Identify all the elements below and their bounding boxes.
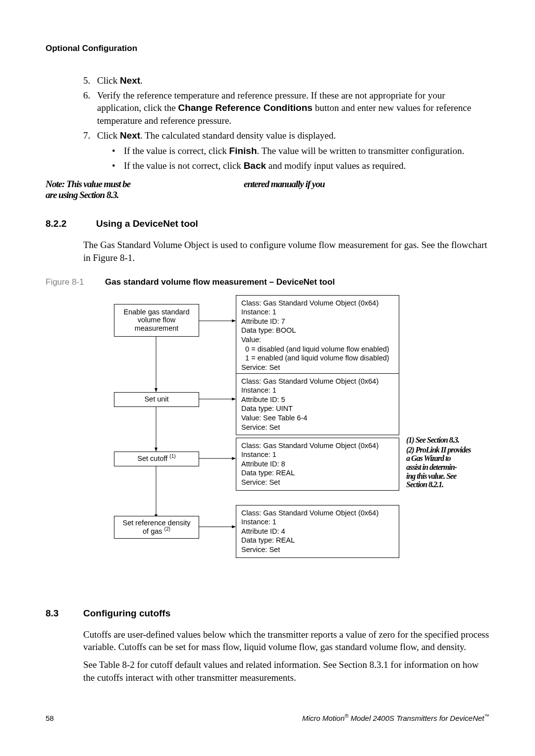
reg-icon: ® bbox=[345, 713, 349, 719]
bullet-icon: • bbox=[112, 159, 124, 172]
note-left: Note: This value must be bbox=[46, 179, 244, 190]
t: If the value is correct, click bbox=[124, 146, 229, 156]
figure-label: Figure 8-1 Gas standard volume flow meas… bbox=[46, 277, 489, 287]
bullet-finish: •If the value is correct, click Finish. … bbox=[112, 145, 489, 157]
step-7: 7. Click Next. The calculated standard d… bbox=[83, 129, 489, 175]
page-footer: 58 Micro Motion® Model 2400S Transmitter… bbox=[46, 714, 489, 722]
t: . The calculated standard density value … bbox=[140, 130, 336, 141]
flowchart: Enable gas standardvolume flowmeasuremen… bbox=[114, 295, 500, 587]
steps-list: 5. Click Next. 6. Verify the reference t… bbox=[83, 74, 489, 175]
note-right: entered manually if you bbox=[244, 179, 324, 190]
flow-detail-cutoff: Class: Gas Standard Volume Object (0x64)… bbox=[236, 438, 399, 491]
t: Enable gas standardvolume flowmeasuremen… bbox=[123, 308, 189, 333]
flow-set-refdensity: Set reference densityof gas (2) bbox=[114, 516, 199, 539]
flow-detail-unit: Class: Gas Standard Volume Object (0x64)… bbox=[236, 373, 399, 435]
flow-detail-refdensity: Class: Gas Standard Volume Object (0x64)… bbox=[236, 505, 399, 558]
bullet-back: •If the value is not correct, click Back… bbox=[112, 159, 489, 172]
t: Click bbox=[97, 75, 120, 86]
flow-enable-gsv: Enable gas standardvolume flowmeasuremen… bbox=[114, 304, 199, 337]
heading-83: 8.3 Configuring cutoffs bbox=[46, 608, 489, 619]
step-number: 6. bbox=[83, 89, 97, 102]
t: Class: Gas Standard Volume Object (0x64)… bbox=[241, 442, 378, 486]
t: Set reference densityof gas (2) bbox=[122, 519, 190, 535]
ui-next: Next bbox=[120, 75, 140, 86]
flow-detail-enable: Class: Gas Standard Volume Object (0x64)… bbox=[236, 295, 399, 375]
t: Set cutoff (1) bbox=[137, 454, 175, 463]
heading-number: 8.3 bbox=[46, 608, 83, 619]
flow-annot-1: (1) See Section 8.3. bbox=[406, 436, 459, 445]
flow-set-unit: Set unit bbox=[114, 392, 199, 407]
figure-number: Figure 8-1 bbox=[46, 277, 105, 287]
step-number: 7. bbox=[83, 129, 97, 142]
heading-title: Configuring cutoffs bbox=[83, 608, 170, 619]
heading-number: 8.2.2 bbox=[46, 218, 96, 229]
para-822: The Gas Standard Volume Object is used t… bbox=[83, 239, 489, 264]
bullet-icon: • bbox=[112, 145, 124, 157]
t: . bbox=[140, 75, 143, 86]
t: If the value is not correct, click bbox=[124, 160, 244, 171]
flow-set-cutoff: Set cutoff (1) bbox=[114, 452, 199, 466]
flow-annot-2: (2) ProLink II providesa Gas Wizard toas… bbox=[406, 446, 485, 489]
page-number: 58 bbox=[46, 714, 54, 722]
t: . The value will be written to transmitt… bbox=[257, 146, 465, 156]
t: and modify input values as required. bbox=[266, 160, 406, 171]
ui-next: Next bbox=[120, 130, 140, 141]
tm-icon: ™ bbox=[484, 713, 490, 719]
publication-title: Micro Motion® Model 2400S Transmitters f… bbox=[302, 714, 489, 722]
step-number: 5. bbox=[83, 74, 97, 87]
para-83a: Cutoffs are user-defined values below wh… bbox=[83, 628, 489, 654]
heading-822: 8.2.2 Using a DeviceNet tool bbox=[46, 218, 489, 229]
t: Click bbox=[97, 130, 120, 141]
t: Model 2400S Transmitters for DeviceNet bbox=[349, 714, 484, 722]
t: Class: Gas Standard Volume Object (0x64)… bbox=[241, 377, 378, 431]
heading-title: Using a DeviceNet tool bbox=[96, 218, 198, 229]
running-head: Optional Configuration bbox=[46, 44, 489, 53]
para-83b: See Table 8-2 for cutoff default values … bbox=[83, 658, 489, 684]
t: Set unit bbox=[144, 395, 168, 403]
note-row: Note: This value must be entered manuall… bbox=[46, 179, 489, 190]
ui-change-ref: Change Reference Conditions bbox=[178, 102, 313, 113]
figure-title: Gas standard volume flow measurement – D… bbox=[105, 277, 335, 287]
step-5: 5. Click Next. bbox=[83, 74, 489, 87]
ui-back: Back bbox=[244, 160, 266, 171]
ui-finish: Finish bbox=[229, 146, 257, 156]
t: Class: Gas Standard Volume Object (0x64)… bbox=[241, 509, 378, 554]
t: Micro Motion bbox=[302, 714, 345, 722]
t: Class: Gas Standard Volume Object (0x64)… bbox=[241, 299, 389, 371]
note-body: are using Section 8.3. bbox=[46, 190, 489, 201]
step-6: 6. Verify the reference temperature and … bbox=[83, 89, 489, 127]
